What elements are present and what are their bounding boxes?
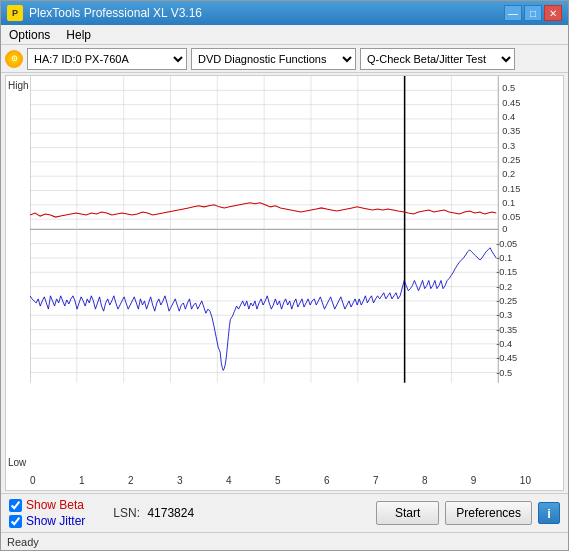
svg-text:-0.3: -0.3	[496, 310, 512, 320]
checkboxes: Show Beta Show Jitter	[9, 498, 85, 528]
x-label-2: 2	[128, 475, 134, 486]
function-select[interactable]: DVD Diagnostic Functions	[191, 48, 356, 70]
svg-text:0.1: 0.1	[502, 198, 515, 208]
minimize-button[interactable]: —	[504, 5, 522, 21]
title-bar-buttons: — □ ✕	[504, 5, 562, 21]
chart-label-low: Low	[8, 457, 26, 468]
x-label-3: 3	[177, 475, 183, 486]
x-label-5: 5	[275, 475, 281, 486]
menu-bar: Options Help	[1, 25, 568, 45]
bottom-controls: Show Beta Show Jitter LSN: 4173824 Start…	[9, 498, 560, 528]
svg-text:0: 0	[502, 224, 507, 234]
svg-text:-0.1: -0.1	[496, 253, 512, 263]
right-buttons: Start Preferences i	[376, 501, 560, 525]
x-label-10: 10	[520, 475, 531, 486]
bottom-bar: Show Beta Show Jitter LSN: 4173824 Start…	[1, 493, 568, 532]
toolbar: ⊙ HA:7 ID:0 PX-760A DVD Diagnostic Funct…	[1, 45, 568, 73]
svg-text:-0.45: -0.45	[496, 353, 517, 363]
svg-text:0.15: 0.15	[502, 184, 520, 194]
preferences-button[interactable]: Preferences	[445, 501, 532, 525]
main-window: P PlexTools Professional XL V3.16 — □ ✕ …	[0, 0, 569, 551]
x-axis: 0 1 2 3 4 5 6 7 8 9 10	[30, 475, 531, 486]
svg-text:0.4: 0.4	[502, 112, 515, 122]
test-select[interactable]: Q-Check Beta/Jitter Test	[360, 48, 515, 70]
status-text: Ready	[7, 536, 39, 548]
device-icon: ⊙	[5, 50, 23, 68]
menu-options[interactable]: Options	[5, 27, 54, 43]
show-jitter-label: Show Jitter	[26, 514, 85, 528]
svg-text:0.35: 0.35	[502, 126, 520, 136]
lsn-value: 4173824	[147, 506, 194, 520]
show-beta-row: Show Beta	[9, 498, 85, 512]
close-button[interactable]: ✕	[544, 5, 562, 21]
svg-text:-0.4: -0.4	[496, 339, 512, 349]
x-label-6: 6	[324, 475, 330, 486]
menu-help[interactable]: Help	[62, 27, 95, 43]
device-select[interactable]: HA:7 ID:0 PX-760A	[27, 48, 187, 70]
svg-text:0.45: 0.45	[502, 98, 520, 108]
chart-label-high: High	[8, 80, 29, 91]
svg-text:0.25: 0.25	[502, 155, 520, 165]
chart-area: High Low	[5, 75, 564, 491]
show-beta-label: Show Beta	[26, 498, 84, 512]
x-label-8: 8	[422, 475, 428, 486]
svg-text:-0.05: -0.05	[496, 239, 517, 249]
start-button[interactable]: Start	[376, 501, 439, 525]
lsn-label: LSN:	[113, 506, 140, 520]
svg-text:-0.5: -0.5	[496, 368, 512, 378]
x-label-9: 9	[471, 475, 477, 486]
svg-text:0.5: 0.5	[502, 83, 515, 93]
x-label-1: 1	[79, 475, 85, 486]
show-beta-checkbox[interactable]	[9, 499, 22, 512]
svg-text:-0.15: -0.15	[496, 267, 517, 277]
svg-text:0.2: 0.2	[502, 169, 515, 179]
x-label-0: 0	[30, 475, 36, 486]
svg-text:-0.2: -0.2	[496, 282, 512, 292]
svg-text:-0.35: -0.35	[496, 325, 517, 335]
lsn-area: LSN: 4173824	[113, 506, 194, 520]
app-icon: P	[7, 5, 23, 21]
x-label-4: 4	[226, 475, 232, 486]
x-label-7: 7	[373, 475, 379, 486]
info-button[interactable]: i	[538, 502, 560, 524]
svg-text:0.3: 0.3	[502, 141, 515, 151]
svg-text:-0.25: -0.25	[496, 296, 517, 306]
show-jitter-row: Show Jitter	[9, 514, 85, 528]
show-jitter-checkbox[interactable]	[9, 515, 22, 528]
title-bar: P PlexTools Professional XL V3.16 — □ ✕	[1, 1, 568, 25]
window-title: PlexTools Professional XL V3.16	[29, 6, 504, 20]
svg-text:0.05: 0.05	[502, 212, 520, 222]
maximize-button[interactable]: □	[524, 5, 542, 21]
chart-svg: 0.5 0.45 0.4 0.35 0.3 0.25 0.2 0.15 0.1 …	[30, 76, 531, 383]
status-bar: Ready	[1, 532, 568, 550]
